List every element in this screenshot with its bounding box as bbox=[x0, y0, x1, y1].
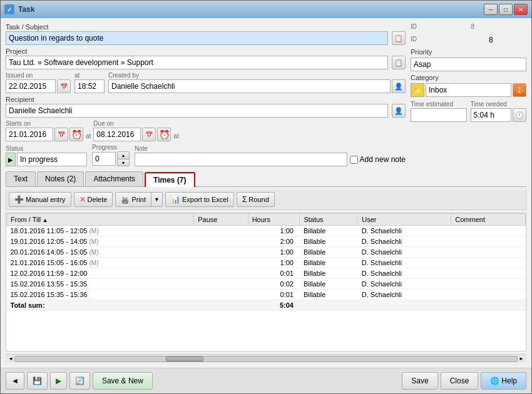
starts-time-btn[interactable]: ⏰ bbox=[69, 128, 83, 141]
window-title: Task bbox=[18, 5, 480, 14]
nav-refresh-button[interactable]: 🔄 bbox=[69, 372, 90, 390]
close-button[interactable]: Close bbox=[441, 372, 479, 390]
save-new-button[interactable]: Save & New bbox=[93, 372, 153, 390]
recipient-input[interactable] bbox=[6, 104, 388, 118]
table-row[interactable]: 15.02.2016 15:35 - 15:36 0:01 Billable D… bbox=[7, 290, 526, 300]
cell-comment bbox=[451, 236, 526, 247]
manual-entry-button[interactable]: ➕ Manual entry bbox=[9, 192, 71, 207]
subject-icon-btn[interactable]: 📋 bbox=[392, 31, 406, 45]
col-from-till[interactable]: From / Till bbox=[7, 214, 194, 226]
nav-play-button[interactable]: ▶ bbox=[50, 372, 67, 390]
cell-pause bbox=[194, 247, 248, 258]
table-row[interactable]: 15.02.2016 13:55 - 15:35 0:02 Billable D… bbox=[7, 279, 526, 290]
note-field: Note Add new note bbox=[135, 145, 406, 166]
cell-hours: 2:00 bbox=[248, 236, 300, 247]
time-needed-icon-btn[interactable]: 🕐 bbox=[513, 108, 526, 122]
tab-notes[interactable]: Notes (2) bbox=[37, 171, 84, 186]
tab-text[interactable]: Text bbox=[6, 171, 36, 186]
window-controls: ─ □ ✕ bbox=[484, 4, 528, 15]
tab-attachments[interactable]: Attachments bbox=[85, 171, 143, 186]
col-hours[interactable]: Hours bbox=[248, 214, 300, 226]
priority-select[interactable]: Asap bbox=[411, 58, 526, 71]
due-on-input[interactable] bbox=[93, 128, 141, 141]
export-excel-button[interactable]: 📊 Export to Excel bbox=[165, 192, 234, 207]
issued-row: Issued on 📅 at Created by bbox=[6, 72, 406, 93]
spinner-up[interactable]: ▲ bbox=[118, 152, 129, 159]
add-note-checkbox[interactable] bbox=[350, 156, 358, 164]
col-status[interactable]: Status bbox=[300, 214, 358, 226]
delete-icon: ✕ bbox=[79, 195, 86, 204]
horizontal-scrollbar[interactable]: ◄ ► bbox=[6, 354, 526, 363]
progress-input[interactable] bbox=[92, 152, 116, 166]
round-icon: Σ bbox=[242, 195, 247, 204]
table-row[interactable]: 20.01.2016 14:05 - 15:05 (M) 1:00 Billab… bbox=[7, 247, 526, 258]
progress-field: Progress ▲ ▼ bbox=[92, 144, 130, 166]
recipient-icon-btn[interactable]: 👤 bbox=[392, 104, 406, 118]
table-row[interactable]: 12.02.2016 11:59 - 12:00 0:01 Billable D… bbox=[7, 268, 526, 279]
at-label2: at bbox=[86, 133, 91, 139]
cell-pause bbox=[194, 236, 248, 247]
issued-at-input[interactable] bbox=[74, 79, 105, 93]
col-comment[interactable]: Comment bbox=[451, 214, 526, 226]
project-section: Project 📋 bbox=[6, 48, 406, 69]
tabs-section: Text Notes (2) Attachments Times (7) bbox=[6, 171, 526, 187]
category-select[interactable]: Inbox bbox=[426, 83, 511, 97]
tab-times[interactable]: Times (7) bbox=[145, 172, 195, 187]
due-cal-btn[interactable]: 📅 bbox=[142, 128, 156, 141]
status-select[interactable]: In progress bbox=[17, 153, 87, 166]
round-button[interactable]: Σ Round bbox=[237, 192, 275, 207]
created-by-icon-btn[interactable]: 👤 bbox=[392, 79, 406, 93]
print-arrow[interactable]: ▼ bbox=[151, 193, 162, 206]
scrollbar-thumb[interactable] bbox=[166, 356, 203, 361]
cell-user: D. Schaelchli bbox=[358, 226, 451, 236]
nav-save-disk-button[interactable]: 💾 bbox=[27, 372, 48, 390]
table-row[interactable]: 21.01.2016 15:05 - 16:05 (M) 1:00 Billab… bbox=[7, 258, 526, 268]
status-field: Status ▶ In progress bbox=[6, 145, 87, 166]
nav-back-button[interactable]: ◄ bbox=[6, 372, 24, 390]
issued-cal-btn[interactable]: 📅 bbox=[57, 79, 71, 93]
spinner-down[interactable]: ▼ bbox=[118, 159, 129, 166]
project-icon-btn[interactable]: 📋 bbox=[392, 56, 406, 69]
delete-button[interactable]: ✕ Delete bbox=[74, 192, 113, 207]
progress-spinner[interactable]: ▲ ▼ bbox=[117, 151, 130, 166]
window-close-button[interactable]: ✕ bbox=[514, 4, 528, 15]
table-row[interactable]: 19.01.2016 12:05 - 14:05 (M) 2:00 Billab… bbox=[7, 236, 526, 247]
help-button[interactable]: 🌐 Help bbox=[481, 372, 526, 390]
project-input[interactable] bbox=[6, 56, 388, 69]
time-needed-input[interactable] bbox=[471, 108, 512, 122]
cell-user: D. Schaelchli bbox=[358, 236, 451, 247]
category-color-btn[interactable]: 🎨 bbox=[513, 83, 526, 97]
maximize-button[interactable]: □ bbox=[499, 4, 513, 15]
cell-pause bbox=[194, 226, 248, 236]
cell-user: D. Schaelchli bbox=[358, 247, 451, 258]
scroll-left[interactable]: ◄ bbox=[7, 355, 14, 363]
save-button[interactable]: Save bbox=[402, 372, 437, 390]
col-user[interactable]: User bbox=[358, 214, 451, 226]
time-estimated-select[interactable] bbox=[411, 108, 467, 122]
export-label: Export to Excel bbox=[182, 196, 228, 203]
add-note-check: Add new note bbox=[350, 155, 406, 164]
cell-comment bbox=[451, 268, 526, 279]
help-label: Help bbox=[501, 376, 517, 385]
subject-section: Task / Subject 📋 bbox=[6, 23, 406, 45]
issued-on-input[interactable] bbox=[6, 79, 56, 93]
col-pause[interactable]: Pause bbox=[194, 214, 248, 226]
category-icon: 📁 bbox=[411, 83, 424, 97]
recipient-row: 👤 bbox=[6, 104, 406, 118]
created-by-input[interactable] bbox=[108, 79, 391, 93]
add-note-label: Add new note bbox=[360, 155, 406, 164]
print-button-split[interactable]: 🖨️ Print ▼ bbox=[115, 192, 163, 207]
scrollbar-track[interactable] bbox=[14, 356, 518, 362]
due-time-btn[interactable]: ⏰ bbox=[157, 128, 171, 141]
note-select[interactable] bbox=[135, 153, 347, 166]
bottom-bar: ◄ 💾 ▶ 🔄 Save & New Save Close 🌐 Help bbox=[1, 368, 531, 393]
subject-input[interactable] bbox=[6, 31, 388, 45]
starts-cal-btn[interactable]: 📅 bbox=[54, 128, 68, 141]
cell-from-till: 12.02.2016 11:59 - 12:00 bbox=[7, 268, 194, 279]
starts-on-input[interactable] bbox=[6, 128, 53, 141]
minimize-button[interactable]: ─ bbox=[484, 4, 498, 15]
print-main[interactable]: 🖨️ Print bbox=[116, 193, 151, 206]
scroll-right[interactable]: ► bbox=[518, 355, 525, 363]
table-row[interactable]: 18.01.2016 11:05 - 12:05 (M) 1:00 Billab… bbox=[7, 226, 526, 236]
id-label: ID bbox=[411, 23, 466, 30]
